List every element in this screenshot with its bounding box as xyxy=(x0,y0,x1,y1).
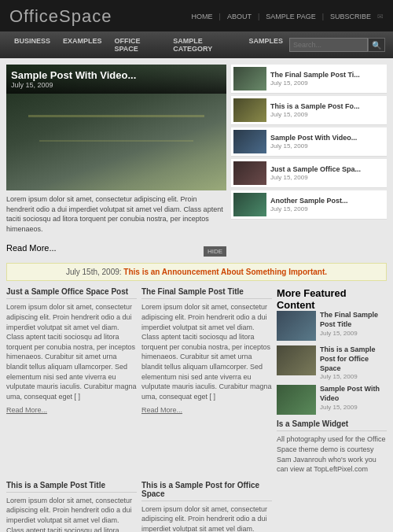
thumb-text-4: Just a Sample Office Spa... July 15, 200… xyxy=(270,165,384,182)
post-2-read-more[interactable]: Read More... xyxy=(141,406,182,414)
more-feat-date-1: July 15, 2009 xyxy=(320,330,387,337)
more-feat-item-1: The Final Sample Post Title July 15, 200… xyxy=(277,311,387,341)
post-col-4: This is a Sample Post for Office Space L… xyxy=(141,481,272,532)
post-4-title: This is a Sample Post for Office Space xyxy=(141,481,272,501)
post-1-read-more[interactable]: Read More... xyxy=(6,406,47,414)
thumb-text-2: This is a Sample Post Fo... July 15, 200… xyxy=(270,102,384,119)
hide-button[interactable]: HIDE xyxy=(204,246,226,257)
thumb-image-2 xyxy=(233,98,266,122)
thumb-image-3 xyxy=(233,130,266,153)
top-nav-subscribe[interactable]: SUBSCRIBE xyxy=(330,13,371,20)
main-nav-links: BUSINESS EXAMPLES OFFICE SPACE SAMPLE CA… xyxy=(8,31,289,58)
post-1-title: Just a Sample Office Space Post xyxy=(6,287,137,299)
thumb-date-4: July 15, 2009 xyxy=(270,174,384,181)
thumb-image-4 xyxy=(233,161,266,185)
thumb-text-3: Sample Post With Video... July 15, 2009 xyxy=(270,134,384,150)
thumb-item-2[interactable]: This is a Sample Post Fo... July 15, 200… xyxy=(231,96,387,125)
thumb-title-4: Just a Sample Office Spa... xyxy=(270,165,384,175)
top-navigation: HOME | ABOUT | SAMPLE PAGE | SUBSCRIBE ✉ xyxy=(192,13,384,20)
featured-main-post: Sample Post With Video... July 15, 2009 … xyxy=(6,65,226,257)
thumb-title-5: Another Sample Post... xyxy=(270,197,384,206)
main-navigation: BUSINESS EXAMPLES OFFICE SPACE SAMPLE CA… xyxy=(0,31,393,58)
nav-samples[interactable]: SAMPLES xyxy=(242,31,289,58)
sample-widget-text: All photography used for the Office Spac… xyxy=(277,434,387,474)
top-nav-home[interactable]: HOME xyxy=(192,13,213,20)
thumb-item-1[interactable]: The Final Sample Post Ti... July 15, 200… xyxy=(231,65,387,94)
announcement-text: This is an Announcement About Something … xyxy=(123,268,327,276)
more-feat-text-1: The Final Sample Post Title July 15, 200… xyxy=(320,311,387,341)
thumb-item-4[interactable]: Just a Sample Office Spa... July 15, 200… xyxy=(231,159,387,188)
post-2-body: Lorem ipsum dolor sit amet, consectetur … xyxy=(141,302,272,401)
thumb-title-2: This is a Sample Post Fo... xyxy=(270,102,384,112)
more-feat-title-1[interactable]: The Final Sample Post Title xyxy=(320,311,387,329)
post-col-1: Just a Sample Office Space Post Lorem ip… xyxy=(6,287,137,474)
site-title-text: OfficeSpace xyxy=(9,6,112,26)
content-wrapper: Sample Post With Video... July 15, 2009 … xyxy=(0,58,393,532)
search-button[interactable]: 🔍 xyxy=(368,38,385,52)
thumb-image-5 xyxy=(233,193,266,216)
more-featured-col: More Featured Content The Final Sample P… xyxy=(277,287,387,474)
nav-examples[interactable]: EXAMPLES xyxy=(57,31,108,58)
more-feat-image-2 xyxy=(277,345,316,375)
post-col-3: This is a Sample Post Title Lorem ipsum … xyxy=(6,481,137,532)
more-featured-header: More Featured Content xyxy=(277,287,387,311)
search-box: 🔍 xyxy=(289,38,385,52)
thumb-date-1: July 15, 2009 xyxy=(270,79,384,87)
sample-widget: Is a Sample Widget All photography used … xyxy=(277,419,387,474)
post-3-body: Lorem ipsum dolor sit amet, consectetur … xyxy=(6,496,137,532)
post-2-title: The Final Sample Post Title xyxy=(141,287,272,299)
posts-row-2: This is a Sample Post Title Lorem ipsum … xyxy=(6,481,387,532)
nav-office-space[interactable]: OFFICE SPACE xyxy=(108,31,167,58)
thumb-text-5: Another Sample Post... July 15, 2009 xyxy=(270,197,384,213)
nav-sample-category[interactable]: SAMPLE CATEGORY xyxy=(167,31,242,58)
featured-thumbnail-list: The Final Sample Post Ti... July 15, 200… xyxy=(231,65,387,257)
featured-slider: Sample Post With Video... July 15, 2009 … xyxy=(6,65,387,257)
thumb-item-3[interactable]: Sample Post With Video... July 15, 2009 xyxy=(231,127,387,157)
top-nav-sample-page[interactable]: SAMPLE PAGE xyxy=(266,13,315,20)
thumb-image-1 xyxy=(233,67,266,91)
thumb-item-5[interactable]: Another Sample Post... July 15, 2009 xyxy=(231,190,387,220)
thumb-title-1: The Final Sample Post Ti... xyxy=(270,71,384,80)
sample-widget-title: Is a Sample Widget xyxy=(277,419,387,431)
featured-post-date: July 15, 2009 xyxy=(11,81,222,89)
announcement-date: July 15th, 2009: xyxy=(66,268,122,276)
featured-post-excerpt: Lorem ipsum dolor sit amet, consectetur … xyxy=(6,194,226,234)
announcement-bar: July 15th, 2009: This is an Announcement… xyxy=(6,263,387,281)
featured-read-more[interactable]: Read More... xyxy=(6,243,57,253)
top-nav-about[interactable]: ABOUT xyxy=(227,13,252,20)
more-feat-image-3 xyxy=(277,385,316,415)
more-feat-date-2: July 15, 2009 xyxy=(320,373,387,380)
search-input[interactable] xyxy=(289,38,368,52)
more-feat-text-3: Sample Post With Video July 15, 2009 xyxy=(320,385,387,415)
site-header: OfficeSpace HOME | ABOUT | SAMPLE PAGE |… xyxy=(0,0,393,31)
thumb-text-1: The Final Sample Post Ti... July 15, 200… xyxy=(270,71,384,87)
post-3-title: This is a Sample Post Title xyxy=(6,481,137,493)
post-1-body: Lorem ipsum dolor sit amet, consectetur … xyxy=(6,302,137,401)
featured-image: Sample Post With Video... July 15, 2009 xyxy=(6,65,226,190)
thumb-date-5: July 15, 2009 xyxy=(270,205,384,212)
more-feat-date-3: July 15, 2009 xyxy=(320,404,387,411)
post-col-2: The Final Sample Post Title Lorem ipsum … xyxy=(141,287,272,474)
more-feat-item-2: This is a Sample Post for Office Space J… xyxy=(277,345,387,380)
post-4-body: Lorem ipsum dolor sit amet, consectetur … xyxy=(141,504,272,532)
featured-post-content: Lorem ipsum dolor sit amet, consectetur … xyxy=(6,190,226,257)
thumb-title-3: Sample Post With Video... xyxy=(270,134,384,143)
more-feat-item-3: Sample Post With Video July 15, 2009 xyxy=(277,385,387,415)
site-logo[interactable]: OfficeSpace xyxy=(9,6,112,27)
nav-business[interactable]: BUSINESS xyxy=(8,31,57,58)
thumb-date-2: July 15, 2009 xyxy=(270,111,384,118)
posts-row2-spacer xyxy=(277,481,387,532)
posts-row-1: Just a Sample Office Space Post Lorem ip… xyxy=(6,287,387,474)
thumb-date-3: July 15, 2009 xyxy=(270,142,384,150)
featured-overlay: Sample Post With Video... July 15, 2009 xyxy=(6,65,226,94)
featured-post-title: Sample Post With Video... xyxy=(11,69,222,81)
more-feat-text-2: This is a Sample Post for Office Space J… xyxy=(320,345,387,380)
more-feat-title-3[interactable]: Sample Post With Video xyxy=(320,385,387,403)
more-feat-image-1 xyxy=(277,311,316,341)
more-feat-title-2[interactable]: This is a Sample Post for Office Space xyxy=(320,345,387,373)
